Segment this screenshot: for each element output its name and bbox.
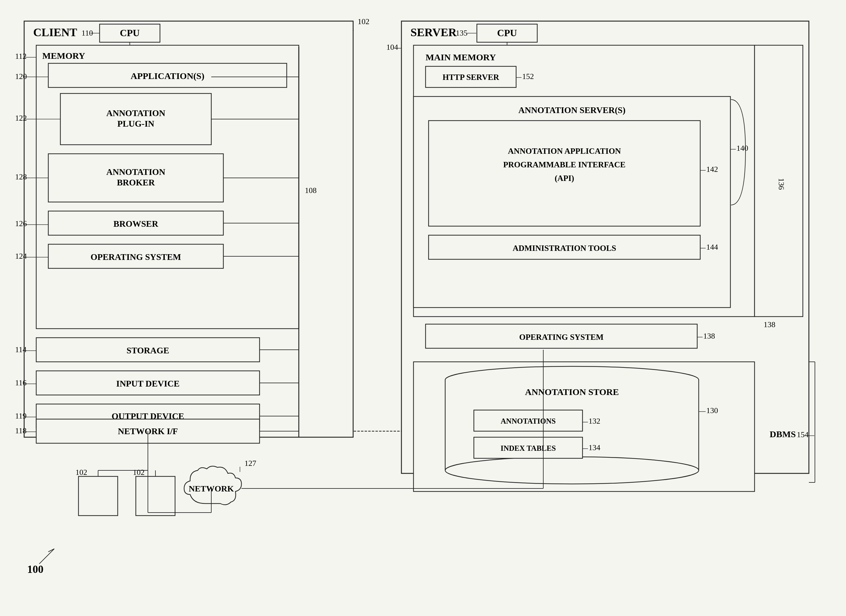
ref-114: 114 [15,345,26,354]
ref-135: 135 [456,29,468,37]
ref-142: 142 [706,165,718,174]
ref-110: 110 [81,29,93,37]
server-cpu-box [477,24,537,42]
annotations-box [474,410,583,431]
client-cpu-box [100,24,160,42]
annotation-store-rect [413,362,755,491]
ref-126: 126 [15,219,27,228]
browser-box [48,211,223,235]
storage-box [36,338,260,362]
main-memory-box [413,45,755,317]
ref-136: 136 [777,178,786,190]
ref-132-ann: 132 [589,417,600,425]
annotation-servers-box [413,97,730,308]
output-device-box [36,404,260,428]
ref-140: 140 [736,144,748,153]
server-storage-box [755,45,803,317]
annotation-plugin-line1: ANNOTATION [106,108,165,118]
dbms-label: DBMS [769,429,796,439]
client-outer-box [24,21,353,437]
ref-128: 128 [15,173,27,181]
annotations-label: ANNOTATIONS [501,417,556,425]
ref-104: 104 [386,43,398,51]
ref-102-node2: 102 [133,468,144,477]
ref-116: 116 [15,378,26,387]
ref-118: 118 [15,426,26,435]
network-label: NETWORK [188,484,234,493]
ref-100: 100 [27,563,43,575]
client-cpu-label: CPU [120,28,140,38]
ref-102-client: 102 [358,17,369,26]
network-if-label: NETWORK I/F [118,426,178,436]
ref-154: 154 [797,430,809,439]
annotation-servers-label: ANNOTATION SERVER(S) [518,105,626,115]
api-line2: PROGRAMMABLE INTERFACE [503,160,625,169]
input-device-label: INPUT DEVICE [116,379,179,388]
server-os-label: OPERATING SYSTEM [519,333,603,342]
http-server-label: HTTP SERVER [443,73,499,82]
admin-tools-box [428,235,700,259]
output-device-label: OUTPUT DEVICE [112,411,184,421]
ref-112: 112 [15,52,26,61]
ref-124: 124 [15,252,27,261]
server-os-box [425,324,697,348]
browser-label: BROWSER [113,219,159,229]
applications-box [48,63,287,87]
annotation-store-label: ANNOTATION STORE [525,387,619,397]
server-outer-box [402,21,809,474]
ref-152: 152 [522,72,534,81]
api-box [428,120,700,226]
network-cloud: NETWORK [184,466,241,505]
client-node-2 [136,477,175,516]
main-memory-label: MAIN MEMORY [425,52,496,62]
annotation-plugin-box [60,94,211,145]
cylinder-bottom-ellipse [445,457,699,484]
diagram-wrapper: CLIENT CPU 110 102 MEMORY 112 APPLICATIO… [0,0,846,616]
ref-134: 134 [589,443,600,452]
cylinder-body-rect [445,380,699,470]
storage-label: STORAGE [127,346,169,355]
admin-tools-label: ADMINISTRATION TOOLS [513,243,616,253]
client-os-label: OPERATING SYSTEM [91,252,181,262]
ref-138-os: 138 [703,331,715,340]
client-label: CLIENT [33,26,77,39]
ref-108: 108 [305,186,316,195]
network-if-box [36,419,260,443]
http-server-box [425,66,516,87]
cylinder-top-ellipse [445,366,699,393]
client-os-box [48,244,223,268]
ref-138-outer: 138 [764,320,775,329]
api-line1: ANNOTATION APPLICATION [508,147,621,155]
client-node-1 [78,477,118,516]
index-tables-box [474,437,583,458]
ref-120: 120 [15,72,27,81]
server-label: SERVER [410,26,457,39]
api-line3: (API) [555,174,574,183]
diagram-svg: CLIENT CPU 110 102 MEMORY 112 APPLICATIO… [0,0,846,616]
applications-label: APPLICATION(S) [131,71,205,81]
ref-119: 119 [15,412,26,420]
server-cpu-label: CPU [497,28,517,38]
ref-130: 130 [706,406,718,415]
index-tables-label: INDEX TABLES [500,444,556,452]
ref-144: 144 [706,243,718,251]
input-device-box [36,371,260,395]
memory-box [36,45,299,329]
annotation-broker-box [48,154,223,202]
ref-132-mem: 132 [761,56,772,65]
annotation-broker-line1: ANNOTATION [106,167,165,177]
ref-102-node1: 102 [75,468,87,477]
ref-127: 127 [244,459,256,468]
annotation-plugin-line2: PLUG-IN [118,119,154,128]
ref-122: 122 [15,114,27,122]
annotation-broker-line2: BROKER [117,177,155,187]
memory-label: MEMORY [42,51,85,61]
